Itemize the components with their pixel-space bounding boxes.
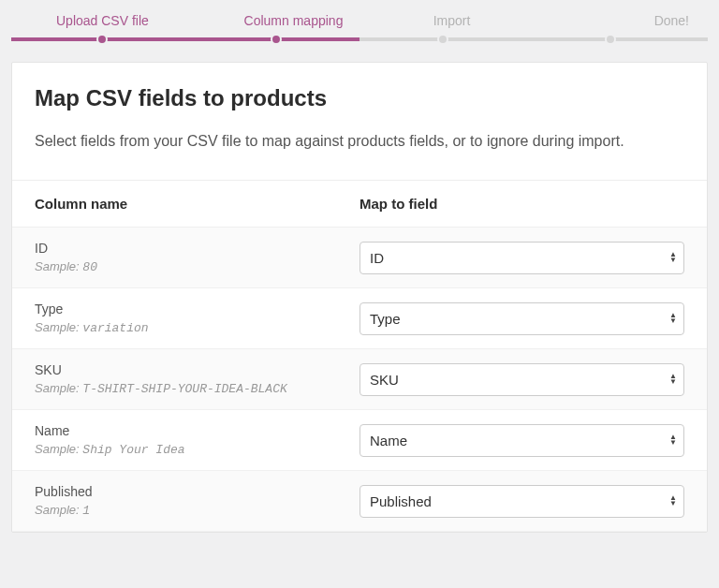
field-name: SKU	[35, 362, 360, 377]
map-field-select-type[interactable]: Type	[360, 302, 684, 335]
progress-dot-4	[605, 34, 616, 45]
field-sample: Sample: variation	[35, 320, 360, 335]
table-row: Type Sample: variation Type ▲▼	[12, 288, 707, 349]
map-field-select-sku[interactable]: SKU	[360, 363, 684, 396]
step-done: Done!	[531, 13, 698, 28]
import-progress: Upload CSV file Column mapping Import Do…	[0, 0, 719, 41]
page-description: Select fields from your CSV file to map …	[35, 128, 684, 154]
table-row: ID Sample: 80 ID ▲▼	[12, 228, 707, 288]
map-field-select-name[interactable]: Name	[360, 424, 684, 457]
mapping-card: Map CSV fields to products Select fields…	[11, 62, 708, 533]
field-name: ID	[35, 241, 360, 256]
progress-dot-1	[96, 34, 108, 45]
field-sample: Sample: Ship Your Idea	[35, 442, 360, 457]
progress-dot-3	[437, 34, 448, 45]
field-sample: Sample: 80	[35, 259, 360, 274]
field-sample: Sample: 1	[35, 503, 360, 518]
table-row: Name Sample: Ship Your Idea Name ▲▼	[12, 410, 707, 471]
progress-dot-2	[271, 34, 282, 45]
step-upload: Upload CSV file	[21, 13, 214, 28]
table-row: SKU Sample: T-SHIRT-SHIP-YOUR-IDEA-BLACK…	[12, 349, 707, 410]
field-sample: Sample: T-SHIRT-SHIP-YOUR-IDEA-BLACK	[35, 381, 360, 396]
field-name: Published	[35, 484, 360, 499]
table-row: Published Sample: 1 Published ▲▼	[12, 471, 707, 532]
column-name-header: Column name	[35, 196, 360, 212]
map-to-field-header: Map to field	[360, 196, 684, 212]
progress-bar-fill	[11, 37, 360, 41]
step-mapping: Column mapping	[214, 13, 373, 28]
progress-bar	[11, 37, 708, 41]
step-import: Import	[373, 13, 531, 28]
page-title: Map CSV fields to products	[35, 85, 684, 111]
map-field-select-id[interactable]: ID	[360, 242, 684, 274]
map-field-select-published[interactable]: Published	[360, 485, 684, 518]
mapping-table-header: Column name Map to field	[12, 180, 707, 228]
field-name: Name	[35, 423, 360, 438]
field-name: Type	[35, 301, 360, 316]
